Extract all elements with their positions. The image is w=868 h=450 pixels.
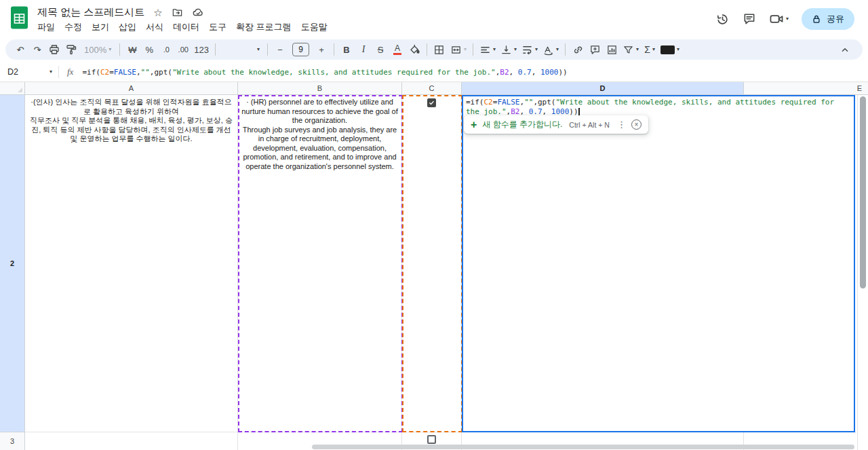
text-wrap-button[interactable]: ▾: [519, 41, 540, 58]
zoom-select[interactable]: 100% ▾: [80, 41, 115, 58]
toolbar-divider: [565, 43, 566, 56]
menu-format[interactable]: 서식: [141, 20, 168, 35]
column-header-d[interactable]: D: [462, 82, 744, 95]
column-header-e[interactable]: E: [744, 82, 868, 95]
menu-tools[interactable]: 도구: [204, 20, 231, 35]
borders-button[interactable]: [431, 41, 448, 58]
paint-format-button[interactable]: [63, 41, 79, 58]
fill-color-button[interactable]: [406, 41, 422, 58]
column-header-a[interactable]: A: [25, 82, 238, 95]
menu-bar: 파일 수정 보기 삽입 서식 데이터 도구 확장 프로그램 도움말: [33, 20, 332, 35]
cell-C2[interactable]: [402, 95, 462, 432]
column-header-c[interactable]: C: [402, 82, 462, 95]
toolbar-divider: [215, 43, 216, 56]
currency-format-button[interactable]: ₩: [124, 41, 140, 58]
formula-input[interactable]: =if(C2=FALSE,"",gpt("Write about the kno…: [82, 68, 567, 77]
vertical-scrollbar[interactable]: [857, 95, 868, 450]
align-caret-icon: ▾: [493, 47, 496, 52]
row-header-2[interactable]: 2: [0, 95, 25, 432]
column-header-b[interactable]: B: [238, 82, 402, 95]
vertical-scrollbar-thumb[interactable]: [860, 96, 866, 288]
sheets-logo-icon[interactable]: [10, 6, 28, 29]
sigma-icon: Σ: [644, 44, 650, 55]
insert-chart-button[interactable]: [604, 41, 620, 58]
text-cursor-icon: [578, 108, 580, 116]
percent-format-button[interactable]: %: [141, 41, 157, 58]
select-all-corner[interactable]: [0, 82, 25, 95]
cell-A3[interactable]: [25, 432, 238, 450]
cell-editor-D2[interactable]: =if(C2=FALSE,"",gpt("Write about the kno…: [462, 95, 855, 432]
insert-comment-button[interactable]: [587, 41, 603, 58]
formula-bar-divider: [58, 66, 59, 78]
lock-icon: [812, 14, 821, 24]
c2-checkbox[interactable]: [427, 98, 436, 107]
cloud-saved-icon[interactable]: [192, 6, 204, 18]
print-button[interactable]: [46, 41, 62, 58]
vertical-align-button[interactable]: ▾: [498, 41, 519, 58]
star-icon[interactable]: ☆: [153, 7, 162, 18]
document-title[interactable]: 제목 없는 스프레드시트: [37, 6, 144, 19]
bold-button[interactable]: B: [338, 41, 355, 58]
menu-data[interactable]: 데이터: [168, 20, 204, 35]
share-button[interactable]: 공유: [802, 8, 854, 30]
function-suggestion-popup[interactable]: + 새 함수를 추가합니다. Ctrl + Alt + N ⋮ ×: [464, 115, 648, 134]
name-box[interactable]: D2 ▾: [0, 62, 58, 81]
functions-button[interactable]: Σ ▾: [642, 41, 658, 58]
filter-caret-icon: ▾: [636, 47, 639, 52]
merge-caret-icon: ▾: [464, 47, 467, 52]
filter-button[interactable]: ▾: [620, 41, 641, 58]
suggestion-label[interactable]: 새 함수를 추가합니다.: [482, 119, 562, 130]
number-format-button[interactable]: 123: [192, 41, 211, 58]
font-family-select[interactable]: ▾: [220, 41, 263, 58]
menu-insert[interactable]: 삽입: [114, 20, 141, 35]
row-header-3[interactable]: 3: [0, 432, 25, 450]
valign-caret-icon: ▾: [514, 47, 517, 52]
undo-button[interactable]: ↶: [12, 41, 28, 58]
more-options-icon[interactable]: ⋮: [617, 119, 626, 130]
menu-view[interactable]: 보기: [87, 20, 114, 35]
text-color-bar: [393, 53, 401, 55]
comments-icon[interactable]: [743, 12, 756, 26]
decrease-font-size-button[interactable]: −: [272, 41, 288, 58]
version-history-icon[interactable]: [715, 12, 730, 26]
horizontal-align-button[interactable]: ▾: [477, 41, 498, 58]
italic-button[interactable]: I: [355, 41, 372, 58]
font-size-input[interactable]: 9: [292, 43, 309, 56]
topbar: 제목 없는 스프레드시트 ☆ 파일 수정 보기 삽입 서식 데이터 도구 확장 …: [0, 0, 868, 38]
merge-cells-button[interactable]: ▾: [448, 41, 469, 58]
topbar-actions: ▾ 공유: [715, 8, 854, 30]
add-function-plus-icon: +: [471, 119, 477, 130]
title-row: 제목 없는 스프레드시트 ☆: [37, 5, 204, 20]
text-rotation-button[interactable]: ▾: [540, 41, 561, 58]
text-color-button[interactable]: A: [389, 41, 406, 58]
hide-toolbar-button[interactable]: [837, 41, 853, 58]
meet-video-icon[interactable]: ▾: [769, 12, 789, 26]
spreadsheet-grid: A B C D E 2 3 ·(인사) 인사는 조직의 목표 달성을 위해 인적…: [0, 82, 868, 450]
menu-file[interactable]: 파일: [33, 20, 60, 35]
menu-extensions[interactable]: 확장 프로그램: [231, 20, 296, 35]
increase-font-size-button[interactable]: +: [313, 41, 330, 58]
zoom-caret-icon: ▾: [108, 47, 111, 52]
decrease-decimal-button[interactable]: .0: [158, 41, 174, 58]
close-icon[interactable]: ×: [631, 119, 642, 130]
menu-help[interactable]: 도움말: [296, 20, 332, 35]
input-tools-caret-icon: ▾: [677, 47, 679, 52]
redo-button[interactable]: ↷: [29, 41, 45, 58]
name-box-caret-icon: ▾: [50, 69, 52, 75]
increase-decimal-button[interactable]: .00: [175, 41, 191, 58]
cell-A2[interactable]: ·(인사) 인사는 조직의 목표 달성을 위해 인적자원을 효율적으로 활용하고…: [25, 95, 238, 432]
formula-bar: D2 ▾ fx =if(C2=FALSE,"",gpt("Write about…: [0, 62, 868, 82]
menu-edit[interactable]: 수정: [60, 20, 87, 35]
meet-caret-icon[interactable]: ▾: [786, 16, 789, 22]
c3-checkbox[interactable]: [427, 435, 436, 444]
input-tools-button[interactable]: ▾: [658, 41, 682, 58]
cell-B2[interactable]: · (HR) personnel are to effectively util…: [238, 95, 402, 432]
fx-icon: fx: [67, 67, 73, 77]
horizontal-scrollbar[interactable]: [312, 445, 854, 449]
functions-caret-icon: ▾: [652, 47, 655, 52]
move-folder-icon[interactable]: [172, 7, 183, 18]
toolbar-divider: [119, 43, 120, 56]
font-caret-icon: ▾: [257, 47, 260, 52]
strikethrough-button[interactable]: S: [372, 41, 389, 58]
insert-link-button[interactable]: [570, 41, 586, 58]
